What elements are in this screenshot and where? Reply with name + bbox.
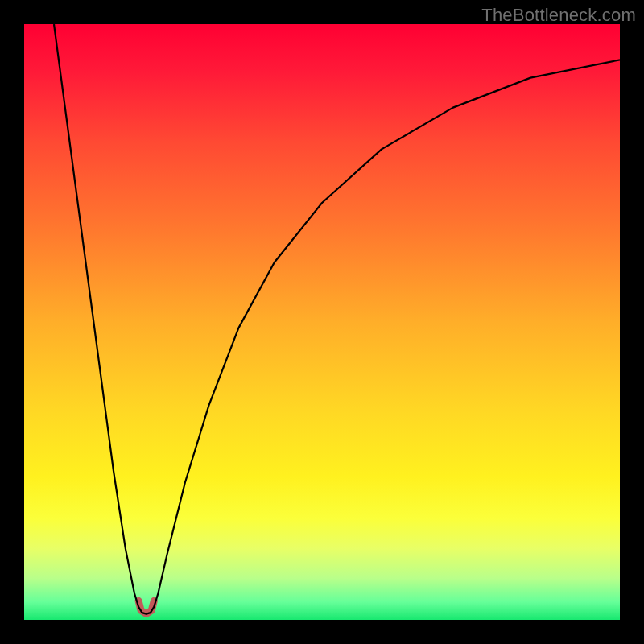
svg-rect-0 [24, 24, 620, 620]
gradient-background [24, 24, 620, 620]
chart-frame: TheBottleneck.com [0, 0, 644, 644]
plot-area [24, 24, 620, 620]
watermark-text: TheBottleneck.com [481, 5, 636, 26]
